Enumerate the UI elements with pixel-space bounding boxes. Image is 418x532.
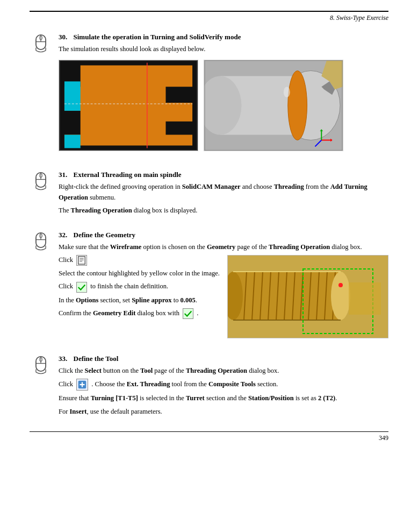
section-32-content: 32. Define the Geometry Make sure that t…: [59, 231, 388, 343]
solid-verify-image: [204, 60, 343, 151]
section-31-number: 31.: [59, 171, 67, 179]
mouse-icon-30: [30, 34, 52, 55]
svg-rect-60: [349, 282, 381, 315]
section-33: 33. Define the Tool Click the Select but…: [30, 354, 388, 420]
section-31-title: 31. External Threading on main spindle: [59, 171, 388, 179]
select-chain-icon: [76, 255, 87, 266]
section-30-body: The simulation results should look as di…: [59, 44, 388, 151]
section-33-body: Click the Select button on the Tool page…: [59, 366, 388, 417]
svg-point-59: [338, 283, 343, 287]
mouse-icon-32: [30, 232, 52, 253]
section-32-body: Make sure that the Wireframe option is c…: [59, 242, 388, 343]
simulation-images: [59, 60, 388, 151]
svg-rect-61: [78, 257, 85, 264]
check-icon-2: [183, 308, 193, 319]
footer-page-number: 349: [30, 434, 388, 442]
section-33-number: 33.: [59, 354, 67, 363]
svg-point-55: [331, 272, 350, 320]
page-container: 8. Swiss-Type Exercise 30. Simulate the …: [0, 0, 418, 532]
section-31-body: Right-click the defined grooving operati…: [59, 182, 388, 216]
section-31: 31. External Threading on main spindle R…: [30, 171, 388, 218]
svg-rect-9: [64, 82, 81, 111]
svg-point-19: [284, 87, 290, 98]
section-32-title: 32. Define the Geometry: [59, 231, 388, 239]
footer-line: [30, 431, 388, 432]
turning-sim-image: [59, 60, 198, 151]
section-32: 32. Define the Geometry Make sure that t…: [30, 231, 388, 343]
section-33-title: 33. Define the Tool: [59, 354, 388, 363]
svg-point-18: [288, 71, 307, 140]
section-30: 30. Simulate the operation in Turning an…: [30, 33, 388, 159]
add-tool-icon: [76, 379, 88, 391]
mouse-icon-31: [30, 172, 52, 193]
mouse-icon-33: [30, 356, 52, 377]
header-line: [30, 11, 388, 12]
threading-geometry-image: [227, 255, 388, 338]
svg-rect-10: [64, 135, 81, 148]
section-30-title: 30. Simulate the operation in Turning an…: [59, 33, 388, 41]
section-33-content: 33. Define the Tool Click the Select but…: [59, 354, 388, 420]
check-icon-1: [76, 282, 87, 293]
header-text: 8. Swiss-Type Exercise: [30, 14, 388, 22]
section-30-content: 30. Simulate the operation in Turning an…: [59, 33, 388, 159]
section-31-content: 31. External Threading on main spindle R…: [59, 171, 388, 218]
section-32-number: 32.: [59, 231, 67, 239]
section-30-number: 30.: [59, 33, 67, 41]
